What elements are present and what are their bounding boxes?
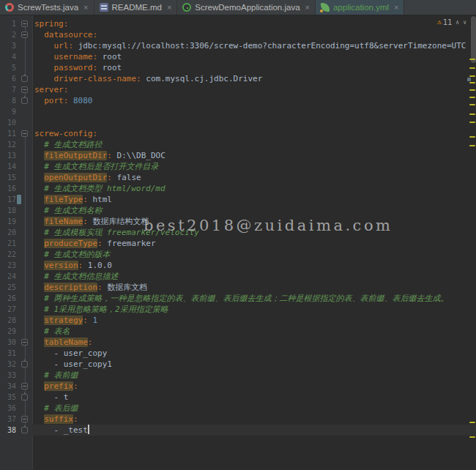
code-line[interactable]: - t [32,392,476,403]
code-line[interactable]: username: root [32,51,476,62]
token-txt [34,403,44,413]
error-stripe-warning-mark[interactable] [469,67,475,69]
token-txt [68,96,73,105]
code-line[interactable]: # 生成文档名称 [32,205,476,216]
code-line[interactable]: # 生成文档的版本 [32,249,476,260]
token-val: false [117,173,141,182]
code-line[interactable]: screw-config: [32,128,476,139]
code-line[interactable]: - user_copy1 [32,359,476,370]
editor-line: 22 # 生成文档的版本 [0,249,476,260]
code-line[interactable]: # 生成文档信息描述 [32,271,476,282]
code-line[interactable]: prefix: [32,381,476,392]
token-val: - t [54,392,69,402]
error-stripe-warning-mark[interactable] [469,122,475,123]
code-line[interactable]: # 表前缀 [32,370,476,381]
editor-tab-ScrewDemoApplication.java[interactable]: ScrewDemoApplication.java× [177,0,316,15]
code-line[interactable] [32,117,476,128]
token-colon: : [73,414,78,424]
code-line[interactable]: password: root [32,62,476,73]
gutter-fold-column [19,106,32,117]
fold-open-icon[interactable]: − [21,31,28,38]
error-stripe-warning-mark[interactable] [469,136,475,138]
code-line[interactable]: # 生成文档类型 html/word/md [32,183,476,194]
editor-line: 24 # 生成文档信息描述 [0,271,476,282]
code-line[interactable]: description: 数据库文档 [32,282,476,293]
line-number: 2 [0,29,19,40]
token-txt [34,425,54,435]
code-line[interactable]: # 生成文档后是否打开文件目录 [32,161,476,172]
token-colon: : [97,239,103,248]
tab-close-icon[interactable]: × [83,4,88,12]
tab-close-icon[interactable]: × [394,4,398,12]
error-stripe-warning-mark[interactable] [469,113,475,115]
code-line[interactable]: # 生成文档路径 [32,139,476,150]
fold-open-icon[interactable]: − [21,339,28,346]
code-line[interactable]: driver-class-name: com.mysql.cj.jdbc.Dri… [32,73,476,84]
editor-tab-bar: ScrewTests.java×README.md×ScrewDemoAppli… [0,0,476,15]
code-line[interactable]: produceType: freemarker [32,238,476,249]
editor-line: 19 fileName: 数据库结构文档 [0,216,476,227]
error-stripe-warning-mark[interactable] [469,422,475,423]
code-line[interactable] [32,106,476,117]
code-line[interactable]: - user_copy [32,348,476,359]
token-val: 数据库结构文档 [92,217,149,226]
editor-line: 31 - user_copy [0,348,476,359]
code-line[interactable]: fileName: 数据库结构文档 [32,216,476,227]
code-line[interactable]: version: 1.0.0 [32,260,476,271]
error-stripe[interactable] [466,15,476,470]
token-txt [34,283,44,292]
code-line[interactable]: strategy: 1 [32,315,476,326]
token-wkey: prefix [44,381,73,391]
fold-open-icon[interactable]: − [21,416,28,422]
editor-tab-README.md[interactable]: README.md× [94,0,178,15]
fold-open-icon[interactable]: − [21,130,28,137]
scrollbar-thumb[interactable] [471,16,476,63]
tab-close-icon[interactable]: × [167,4,171,12]
code-line[interactable]: openOutputDir: false [32,172,476,183]
code-line[interactable]: # 表后缀 [32,403,476,414]
fold-end-icon[interactable] [21,394,28,400]
fold-end-icon[interactable] [21,361,28,368]
code-line[interactable]: suffix: [32,414,476,425]
error-stripe-warning-mark[interactable] [469,436,475,438]
code-line[interactable]: datasource: [32,29,476,40]
error-stripe-caret-mark[interactable] [467,78,471,81]
error-stripe-warning-mark[interactable] [469,104,475,105]
fold-end-icon[interactable] [21,97,28,104]
fold-end-icon[interactable] [21,75,28,82]
code-line[interactable]: - _test [32,425,476,436]
error-stripe-warning-mark[interactable] [469,75,475,77]
line-number: 15 [0,172,19,183]
code-line[interactable]: # 生成模板实现 freemarker/velocity [32,227,476,238]
code-line[interactable]: fileOutputDir: D:\\DB_DOC [32,150,476,161]
token-txt [97,52,103,61]
gutter-fold-column [19,260,32,271]
editor-tab-application.yml[interactable]: application.yml× [316,0,405,15]
error-stripe-warning-mark[interactable] [469,82,475,83]
code-line[interactable]: fileType: html [32,194,476,205]
code-line[interactable]: # 两种生成策略，一种是忽略指定的表、表前缀、表后缀去生成；二种是根据指定的表、… [32,293,476,304]
tab-close-icon[interactable]: × [305,4,310,12]
code-line[interactable]: tableName: [32,337,476,348]
error-stripe-warning-mark[interactable] [469,145,475,146]
editor[interactable]: 1−spring:2− datasource:3 url: jdbc:mysql… [0,15,476,470]
prev-warning-icon[interactable]: ∧ [455,19,459,26]
code-line[interactable]: port: 8080 [32,95,476,106]
error-stripe-warning-mark[interactable] [469,97,475,98]
code-line[interactable]: server: [32,84,476,95]
editor-tab-ScrewTests.java[interactable]: ScrewTests.java× [0,0,94,15]
token-txt [112,173,117,182]
fold-open-icon[interactable]: − [21,86,28,93]
fold-open-icon[interactable]: − [21,20,28,27]
code-line[interactable]: # 1采用忽略策略，2采用指定策略 [32,304,476,315]
code-line[interactable]: # 表名 [32,326,476,337]
error-stripe-warning-mark[interactable] [469,59,475,60]
editor-line: 25 description: 数据库文档 [0,282,476,293]
fold-end-icon[interactable] [21,427,28,433]
code-line[interactable]: url: jdbc:mysql://localhost:3306/screw-d… [32,40,476,51]
line-number: 7 [0,84,19,95]
fold-open-icon[interactable]: − [21,383,28,389]
code-line[interactable]: spring: [32,18,476,29]
error-stripe-warning-mark[interactable] [469,89,475,91]
gutter-fold-column [19,348,32,359]
